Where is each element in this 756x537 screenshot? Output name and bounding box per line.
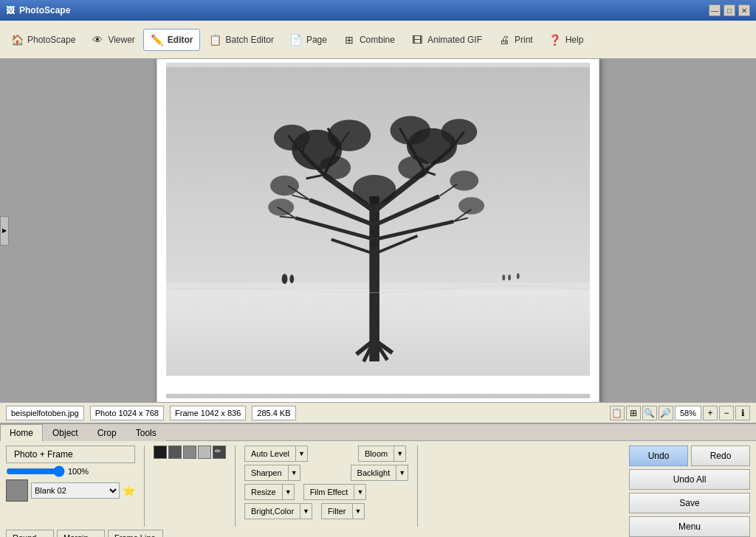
- menu-print[interactable]: 🖨 Print: [490, 29, 540, 51]
- menu-editor-label: Editor: [168, 35, 193, 45]
- bloom-group: Bloom ▼: [358, 446, 406, 462]
- resize-arrow[interactable]: ▼: [283, 484, 295, 500]
- filter-arrow[interactable]: ▼: [353, 503, 365, 519]
- menu-viewer[interactable]: 👁 Viewer: [83, 29, 141, 51]
- zoom-fit-button[interactable]: 🔍: [642, 406, 657, 420]
- photo-image: [166, 63, 590, 398]
- menu-photoscape[interactable]: 🏠 PhotoScape: [3, 29, 82, 51]
- zoom-out-button[interactable]: −: [719, 406, 734, 420]
- bloom-label: Bloom: [365, 449, 388, 458]
- auto-level-arrow[interactable]: ▼: [296, 446, 308, 462]
- menu-animated-gif-label: Animated GIF: [427, 35, 482, 45]
- svg-point-54: [508, 274, 511, 280]
- menu-batch-editor[interactable]: 📋 Batch Editor: [202, 29, 281, 51]
- film-effect-button[interactable]: Film Effect: [303, 484, 355, 500]
- tabs: Home Object Crop Tools: [0, 424, 756, 441]
- sidebar-toggle[interactable]: ▶: [0, 216, 9, 246]
- preset-row: Blank 02 Blank 01 Blank 03 ⭐: [6, 479, 135, 502]
- swatch-section: ✏: [154, 446, 226, 459]
- menu-editor[interactable]: ✏️ Editor: [143, 29, 200, 51]
- filter-button[interactable]: Filter: [321, 503, 352, 519]
- bright-color-label: Bright,Color: [251, 507, 294, 516]
- minimize-button[interactable]: —: [709, 4, 721, 16]
- svg-point-51: [282, 274, 288, 284]
- round-label: Round: [13, 533, 36, 537]
- menu-help[interactable]: ❓ Help: [541, 29, 591, 51]
- zoom-actual-button[interactable]: 🔎: [659, 406, 673, 420]
- film-effect-arrow[interactable]: ▼: [354, 484, 366, 500]
- menu-label: Menu: [678, 522, 701, 532]
- svg-point-42: [398, 156, 430, 179]
- menu-combine-label: Combine: [360, 35, 395, 45]
- info-button[interactable]: ℹ: [735, 406, 750, 420]
- save-button[interactable]: Save: [629, 493, 750, 513]
- backlight-button[interactable]: Backlight: [351, 465, 397, 481]
- opacity-slider[interactable]: [6, 466, 65, 477]
- tab-tools[interactable]: Tools: [126, 424, 166, 441]
- close-button[interactable]: ✕: [738, 4, 750, 16]
- swatch-light-gray[interactable]: [198, 446, 211, 459]
- filter-label: Filter: [328, 507, 346, 516]
- menu-page[interactable]: 📄 Page: [282, 29, 334, 51]
- photo-frame-button[interactable]: Photo + Frame: [6, 446, 135, 463]
- divider-3: [417, 446, 418, 527]
- filename-status: beispielfotoben.jpg: [6, 406, 84, 420]
- menu-viewer-label: Viewer: [108, 35, 134, 45]
- auto-level-group: Auto Level ▼: [244, 446, 308, 462]
- zoom-in-button[interactable]: +: [703, 406, 718, 420]
- svg-point-39: [441, 119, 478, 145]
- undo-all-button[interactable]: Undo All: [629, 469, 750, 490]
- round-button[interactable]: Round: [6, 530, 54, 537]
- backlight-arrow[interactable]: ▼: [396, 465, 408, 481]
- photo-canvas: [157, 59, 599, 402]
- swatch-dark-gray[interactable]: [168, 446, 182, 459]
- tab-crop[interactable]: Crop: [88, 424, 126, 441]
- auto-level-button[interactable]: Auto Level: [244, 446, 296, 462]
- menu-photoscape-label: PhotoScape: [27, 35, 75, 45]
- mid-row-2: Sharpen ▼ Backlight ▼: [244, 465, 408, 481]
- statusbar: beispielfotoben.jpg Photo 1024 x 768 Fra…: [0, 402, 756, 423]
- svg-point-38: [391, 116, 430, 145]
- sharpen-button[interactable]: Sharpen: [244, 465, 289, 481]
- menu-help-label: Help: [566, 35, 584, 45]
- swatch-pen[interactable]: ✏: [213, 446, 226, 459]
- menu-batch-editor-label: Batch Editor: [226, 35, 274, 45]
- canvas-area: ▶: [0, 59, 756, 402]
- bloom-button[interactable]: Bloom: [358, 446, 394, 462]
- preset-select[interactable]: Blank 02 Blank 01 Blank 03: [31, 482, 120, 499]
- divider-2: [235, 446, 236, 527]
- redo-button[interactable]: Redo: [691, 446, 750, 466]
- undo-redo-row: Undo Redo: [629, 446, 750, 466]
- batch-editor-icon: 📋: [208, 32, 223, 47]
- swatch-row: ✏: [154, 446, 226, 459]
- menu-animated-gif[interactable]: 🎞 Animated GIF: [403, 29, 489, 51]
- svg-point-36: [274, 125, 310, 150]
- slider-row: 100%: [6, 466, 135, 477]
- backlight-label: Backlight: [357, 468, 391, 477]
- divider-1: [144, 446, 145, 527]
- swatch-gray[interactable]: [183, 446, 196, 459]
- maximize-button[interactable]: □: [724, 4, 735, 16]
- bright-color-button[interactable]: Bright,Color: [244, 503, 300, 519]
- menu-button[interactable]: Menu: [629, 516, 750, 537]
- tab-home[interactable]: Home: [0, 424, 43, 441]
- spacer5: [315, 503, 318, 519]
- undo-button[interactable]: Undo: [629, 446, 688, 466]
- margin-button[interactable]: Margin: [57, 530, 105, 537]
- save-label: Save: [679, 498, 699, 508]
- mid-row-3: Resize ▼ Film Effect ▼: [244, 484, 408, 500]
- copy-button[interactable]: 📋: [610, 406, 625, 420]
- bright-color-arrow[interactable]: ▼: [300, 503, 312, 519]
- compare-button[interactable]: ⊞: [626, 406, 641, 420]
- print-icon: 🖨: [497, 32, 512, 47]
- frame-line-button[interactable]: Frame Line: [108, 530, 163, 537]
- bloom-arrow[interactable]: ▼: [394, 446, 406, 462]
- tab-object[interactable]: Object: [43, 424, 88, 441]
- menu-print-label: Print: [515, 35, 533, 45]
- zoom-level: 58%: [675, 406, 701, 420]
- star-button[interactable]: ⭐: [123, 485, 135, 496]
- swatch-black[interactable]: [154, 446, 167, 459]
- sharpen-arrow[interactable]: ▼: [289, 465, 300, 481]
- resize-button[interactable]: Resize: [244, 484, 283, 500]
- menu-combine[interactable]: ⊞ Combine: [335, 29, 402, 51]
